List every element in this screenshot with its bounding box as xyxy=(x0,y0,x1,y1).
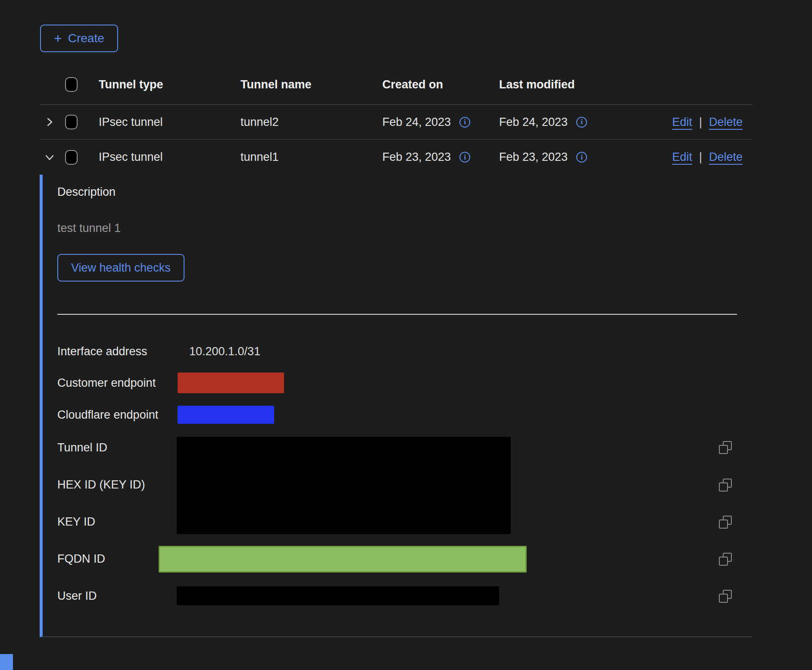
bottom-left-accent xyxy=(0,654,13,670)
hex-id-label: HEX ID (KEY ID) xyxy=(57,478,145,492)
view-health-checks-button[interactable]: View health checks xyxy=(57,254,184,282)
cloudflare-endpoint-redaction xyxy=(178,406,274,424)
info-icon[interactable]: i xyxy=(576,152,587,163)
info-icon[interactable]: i xyxy=(459,152,470,163)
chevron-right-icon xyxy=(44,117,55,127)
cloudflare-endpoint-label: Cloudflare endpoint xyxy=(57,408,158,422)
row-checkbox[interactable] xyxy=(65,115,78,129)
delete-link[interactable]: Delete xyxy=(709,150,743,164)
expand-row-button[interactable] xyxy=(40,117,60,127)
tunnel-name-cell: tunnel1 xyxy=(231,150,373,164)
create-button[interactable]: + Create xyxy=(40,25,118,52)
copy-icon-front xyxy=(719,594,728,603)
fqdn-id-redaction xyxy=(159,546,527,573)
tunnels-table: Tunnel type Tunnel name Created on Last … xyxy=(40,65,752,175)
create-button-label: Create xyxy=(68,31,104,45)
ids-redaction xyxy=(177,437,511,534)
copy-icon[interactable] xyxy=(719,590,732,603)
copy-icon-front xyxy=(719,520,728,529)
tunnel-id-label: Tunnel ID xyxy=(57,441,107,454)
user-id-redaction xyxy=(177,586,499,605)
header-last-modified: Last modified xyxy=(489,78,631,91)
panel-divider xyxy=(57,314,737,315)
user-id-label: User ID xyxy=(57,589,97,603)
edit-link[interactable]: Edit xyxy=(672,116,692,129)
header-tunnel-name: Tunnel name xyxy=(231,78,373,91)
plus-icon: + xyxy=(54,31,62,45)
delete-link[interactable]: Delete xyxy=(709,116,743,129)
table-row: IPsec tunnel tunnel2 Feb 24, 2023 i Feb … xyxy=(40,105,752,140)
interface-address-value: 10.200.1.0/31 xyxy=(189,344,260,358)
created-on-cell: Feb 24, 2023 xyxy=(382,116,451,129)
interface-address-label: Interface address xyxy=(57,344,147,358)
edit-link[interactable]: Edit xyxy=(672,150,692,164)
customer-endpoint-redaction xyxy=(178,373,284,393)
created-on-cell: Feb 23, 2023 xyxy=(382,150,451,164)
tunnel-name-cell: tunnel2 xyxy=(231,116,373,129)
header-created-on: Created on xyxy=(373,78,489,91)
copy-icon-front xyxy=(719,557,728,566)
table-header-row: Tunnel type Tunnel name Created on Last … xyxy=(40,65,752,105)
action-separator: | xyxy=(699,150,702,164)
tunnel-type-cell: IPsec tunnel xyxy=(88,116,231,129)
chevron-down-icon xyxy=(44,152,55,163)
info-icon[interactable]: i xyxy=(459,117,470,128)
copy-icon-front xyxy=(719,482,728,492)
last-modified-cell: Feb 23, 2023 xyxy=(499,150,568,164)
copy-icon[interactable] xyxy=(719,479,732,492)
customer-endpoint-label: Customer endpoint xyxy=(57,376,156,390)
last-modified-cell: Feb 24, 2023 xyxy=(499,116,568,129)
header-tunnel-type: Tunnel type xyxy=(88,78,231,91)
action-separator: | xyxy=(699,116,702,129)
tunnel-detail-panel: Description test tunnel 1 View health ch… xyxy=(40,175,752,637)
copy-icon[interactable] xyxy=(719,441,732,454)
tunnel-type-cell: IPsec tunnel xyxy=(88,150,231,164)
collapse-row-button[interactable] xyxy=(40,152,60,163)
info-icon[interactable]: i xyxy=(576,117,587,128)
copy-icon-front xyxy=(719,445,728,454)
select-all-checkbox[interactable] xyxy=(65,77,78,92)
key-id-label: KEY ID xyxy=(57,515,95,529)
copy-icon[interactable] xyxy=(719,553,732,566)
table-row: IPsec tunnel tunnel1 Feb 23, 2023 i Feb … xyxy=(40,140,752,175)
copy-icon[interactable] xyxy=(719,516,732,529)
description-label: Description xyxy=(57,185,116,199)
description-value: test tunnel 1 xyxy=(57,221,121,235)
fqdn-id-label: FQDN ID xyxy=(57,552,105,566)
row-checkbox[interactable] xyxy=(65,150,78,165)
